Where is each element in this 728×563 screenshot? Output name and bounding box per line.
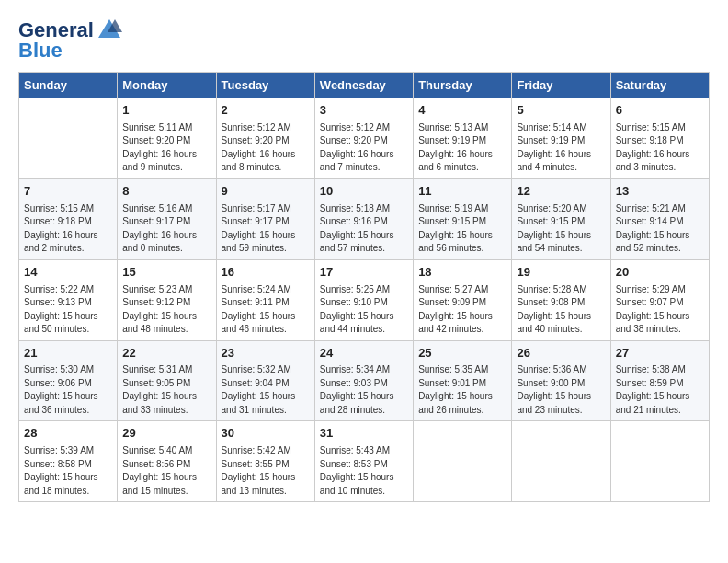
day-info-text: Sunrise: 5:15 AM: [616, 121, 704, 135]
day-info-text: Sunset: 9:00 PM: [517, 377, 605, 391]
day-info-text: and 8 minutes.: [222, 161, 310, 175]
day-number: 22: [122, 345, 210, 362]
day-info-text: Daylight: 15 hours: [24, 471, 112, 485]
day-info-text: Sunrise: 5:40 AM: [122, 444, 210, 458]
day-info-text: Sunrise: 5:19 AM: [418, 202, 506, 216]
day-info-text: Sunset: 9:20 PM: [122, 134, 210, 148]
day-info-text: Sunrise: 5:24 AM: [222, 283, 310, 297]
day-info-text: Sunset: 9:18 PM: [616, 134, 704, 148]
day-of-week-header: Tuesday: [216, 73, 314, 98]
page-header: General Blue: [18, 18, 710, 63]
calendar-day-cell: 25Sunrise: 5:35 AMSunset: 9:01 PMDayligh…: [414, 340, 512, 421]
day-info-text: and 50 minutes.: [24, 323, 112, 337]
day-info-text: and 3 minutes.: [616, 161, 704, 175]
day-number: 9: [222, 183, 310, 201]
day-info-text: Sunset: 9:17 PM: [122, 215, 210, 229]
calendar-day-cell: [414, 421, 512, 502]
day-info-text: Sunrise: 5:21 AM: [616, 202, 704, 216]
day-info-text: and 6 minutes.: [418, 161, 506, 175]
day-number: 8: [122, 183, 210, 201]
day-number: 16: [222, 264, 310, 282]
day-info-text: Sunrise: 5:18 AM: [320, 202, 408, 216]
calendar-header-row: SundayMondayTuesdayWednesdayThursdayFrid…: [19, 73, 710, 98]
day-info-text: and 4 minutes.: [517, 161, 605, 175]
day-number: 4: [418, 102, 506, 120]
calendar-day-cell: 24Sunrise: 5:34 AMSunset: 9:03 PMDayligh…: [314, 340, 413, 421]
day-info-text: Daylight: 15 hours: [222, 229, 310, 243]
day-info-text: Daylight: 15 hours: [418, 310, 506, 324]
calendar-day-cell: 31Sunrise: 5:43 AMSunset: 8:53 PMDayligh…: [314, 421, 413, 502]
day-of-week-header: Friday: [512, 73, 610, 98]
day-of-week-header: Sunday: [19, 73, 118, 98]
day-info-text: Daylight: 15 hours: [122, 471, 210, 485]
day-info-text: Sunrise: 5:14 AM: [517, 121, 605, 135]
day-info-text: and 21 minutes.: [616, 404, 704, 418]
day-info-text: Sunrise: 5:43 AM: [320, 444, 408, 458]
day-info-text: Daylight: 15 hours: [616, 390, 704, 404]
day-info-text: and 33 minutes.: [122, 404, 210, 418]
calendar-day-cell: 6Sunrise: 5:15 AMSunset: 9:18 PMDaylight…: [610, 98, 709, 179]
day-info-text: Daylight: 15 hours: [517, 310, 605, 324]
day-info-text: Daylight: 16 hours: [418, 148, 506, 162]
day-info-text: Sunset: 8:59 PM: [616, 377, 704, 391]
calendar-day-cell: 13Sunrise: 5:21 AMSunset: 9:14 PMDayligh…: [610, 178, 709, 259]
calendar-day-cell: 10Sunrise: 5:18 AMSunset: 9:16 PMDayligh…: [314, 178, 413, 259]
day-info-text: Daylight: 15 hours: [222, 390, 310, 404]
day-info-text: Daylight: 15 hours: [517, 229, 605, 243]
day-number: 26: [517, 345, 605, 362]
day-info-text: Sunrise: 5:11 AM: [122, 121, 210, 135]
day-info-text: Daylight: 15 hours: [122, 310, 210, 324]
day-info-text: Daylight: 15 hours: [122, 390, 210, 404]
day-info-text: Sunset: 9:19 PM: [418, 134, 506, 148]
calendar-day-cell: 18Sunrise: 5:27 AMSunset: 9:09 PMDayligh…: [414, 259, 512, 340]
calendar-day-cell: 22Sunrise: 5:31 AMSunset: 9:05 PMDayligh…: [118, 340, 216, 421]
day-info-text: Sunset: 9:13 PM: [24, 296, 112, 310]
day-info-text: and 57 minutes.: [320, 242, 408, 256]
calendar-day-cell: 7Sunrise: 5:15 AMSunset: 9:18 PMDaylight…: [19, 178, 118, 259]
day-number: 27: [616, 345, 704, 362]
day-info-text: Daylight: 16 hours: [517, 148, 605, 162]
day-info-text: and 0 minutes.: [122, 242, 210, 256]
day-number: 19: [517, 264, 605, 282]
day-info-text: Daylight: 15 hours: [418, 390, 506, 404]
day-info-text: Sunset: 8:53 PM: [320, 458, 408, 472]
day-info-text: Sunset: 8:56 PM: [122, 458, 210, 472]
calendar-day-cell: 20Sunrise: 5:29 AMSunset: 9:07 PMDayligh…: [610, 259, 709, 340]
day-info-text: Sunset: 9:19 PM: [517, 134, 605, 148]
day-info-text: and 31 minutes.: [222, 404, 310, 418]
day-info-text: Sunrise: 5:30 AM: [24, 363, 112, 377]
day-info-text: Sunset: 9:11 PM: [222, 296, 310, 310]
calendar-table: SundayMondayTuesdayWednesdayThursdayFrid…: [18, 72, 710, 502]
day-info-text: Sunset: 9:20 PM: [320, 134, 408, 148]
day-info-text: Sunset: 9:15 PM: [418, 215, 506, 229]
calendar-day-cell: 23Sunrise: 5:32 AMSunset: 9:04 PMDayligh…: [216, 340, 314, 421]
calendar-day-cell: 3Sunrise: 5:12 AMSunset: 9:20 PMDaylight…: [314, 98, 413, 179]
day-info-text: Sunrise: 5:38 AM: [616, 363, 704, 377]
day-number: 3: [320, 102, 408, 120]
day-info-text: Daylight: 15 hours: [222, 310, 310, 324]
calendar-day-cell: 27Sunrise: 5:38 AMSunset: 8:59 PMDayligh…: [610, 340, 709, 421]
calendar-day-cell: 19Sunrise: 5:28 AMSunset: 9:08 PMDayligh…: [512, 259, 610, 340]
day-number: 13: [616, 183, 704, 201]
calendar-day-cell: 11Sunrise: 5:19 AMSunset: 9:15 PMDayligh…: [414, 178, 512, 259]
day-info-text: and 7 minutes.: [320, 161, 408, 175]
logo-icon: [97, 17, 122, 41]
calendar-day-cell: 14Sunrise: 5:22 AMSunset: 9:13 PMDayligh…: [19, 259, 118, 340]
calendar-day-cell: 26Sunrise: 5:36 AMSunset: 9:00 PMDayligh…: [512, 340, 610, 421]
day-info-text: Daylight: 16 hours: [24, 229, 112, 243]
day-info-text: Sunset: 9:07 PM: [616, 296, 704, 310]
day-of-week-header: Monday: [118, 73, 216, 98]
day-info-text: and 54 minutes.: [517, 242, 605, 256]
day-of-week-header: Thursday: [414, 73, 512, 98]
day-info-text: and 9 minutes.: [122, 161, 210, 175]
day-number: 6: [616, 102, 704, 120]
day-info-text: and 13 minutes.: [222, 485, 310, 499]
day-info-text: and 26 minutes.: [418, 404, 506, 418]
day-info-text: Sunset: 9:01 PM: [418, 377, 506, 391]
day-info-text: Sunrise: 5:17 AM: [222, 202, 310, 216]
day-info-text: Sunrise: 5:35 AM: [418, 363, 506, 377]
day-info-text: Sunset: 9:14 PM: [616, 215, 704, 229]
day-info-text: and 52 minutes.: [616, 242, 704, 256]
day-info-text: Sunrise: 5:22 AM: [24, 283, 112, 297]
day-info-text: Sunset: 9:04 PM: [222, 377, 310, 391]
